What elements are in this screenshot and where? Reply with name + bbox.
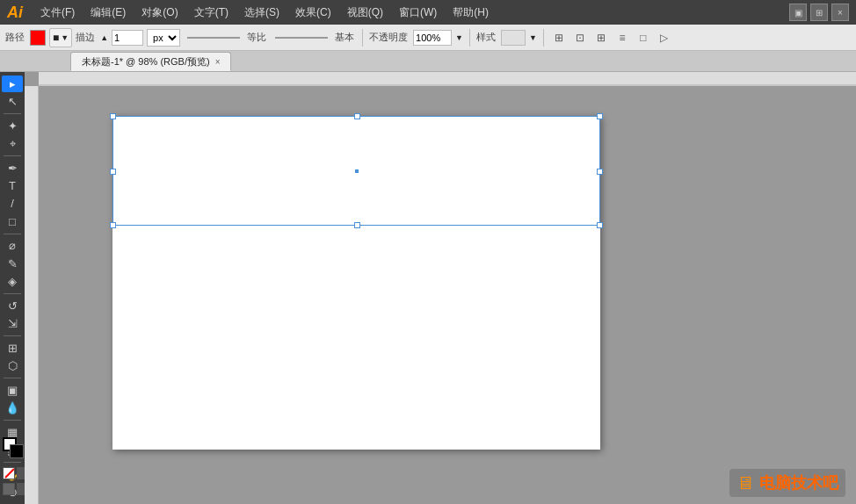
gradient-tool[interactable]: ▣ <box>2 382 23 399</box>
tool-separator3 <box>4 234 21 234</box>
arrange-icon[interactable]: ≡ <box>613 29 631 47</box>
opacity-input[interactable] <box>413 30 452 46</box>
tool-separator8 <box>4 462 21 463</box>
window-controls: ▣ ⊞ × <box>789 4 849 21</box>
pen-tool[interactable]: ✒ <box>2 160 23 176</box>
paintbrush-tool[interactable]: ⌀ <box>2 237 23 254</box>
basic-preview <box>275 37 328 39</box>
tab-title: 未标题-1* @ 98% (RGB/预览) <box>82 55 210 68</box>
rotate-tool[interactable]: ↺ <box>2 298 23 314</box>
style-label: 样式 <box>476 31 496 44</box>
direct-select-tool[interactable]: ↖ <box>2 93 23 110</box>
scale-tool[interactable]: ⇲ <box>2 315 23 332</box>
align-icon[interactable]: ⊞ <box>550 29 568 47</box>
menu-file[interactable]: 文件(F) <box>33 4 82 22</box>
lasso-tool[interactable]: ⌖ <box>2 135 23 152</box>
line-tool[interactable]: / <box>2 195 23 212</box>
separator <box>362 29 363 47</box>
eyedropper-tool[interactable]: 💧 <box>2 400 23 416</box>
win-maximize[interactable]: ⊞ <box>810 4 828 21</box>
opacity-dropdown[interactable]: ▼ <box>455 33 463 42</box>
menu-help[interactable]: 帮助(H) <box>446 4 496 22</box>
title-bar: Ai 文件(F) 编辑(E) 对象(O) 文字(T) 选择(S) 效果(C) 视… <box>0 0 856 25</box>
background-color[interactable] <box>10 444 24 458</box>
artboard <box>112 116 600 450</box>
rectangle-tool[interactable]: □ <box>2 212 23 229</box>
eraser-tool[interactable]: ◈ <box>2 273 23 290</box>
pathfinder-icon[interactable]: ⊞ <box>592 29 610 47</box>
dropdown-arrow[interactable]: ▼ <box>61 33 69 42</box>
magic-wand-tool[interactable]: ✦ <box>2 118 23 134</box>
menu-window[interactable]: 窗口(W) <box>392 4 444 22</box>
basic-label: 基本 <box>335 31 354 44</box>
stroke-width-input[interactable] <box>112 30 143 46</box>
fill-stroke-group: ■ ▼ <box>49 28 72 47</box>
shape-builder-tool[interactable]: ⬡ <box>2 357 23 374</box>
color-mode-btn[interactable] <box>3 483 15 495</box>
menu-bar: 文件(F) 编辑(E) 对象(O) 文字(T) 选择(S) 效果(C) 视图(Q… <box>33 4 789 22</box>
tool-separator7 <box>4 420 21 421</box>
stroke-unit-select[interactable]: px pt <box>147 29 180 47</box>
tools-panel: ▸ ↖ ✦ ⌖ ✒ T / □ ⌀ ✎ ◈ ↺ ⇲ ⊞ ⬡ ▣ 💧 ▦ ⬚ ✋ … <box>0 72 25 504</box>
separator2 <box>469 29 470 47</box>
fill-icon[interactable]: ■ <box>53 32 59 44</box>
stroke-color-swatch[interactable] <box>30 30 46 46</box>
document-tab[interactable]: 未标题-1* @ 98% (RGB/预览) × <box>70 52 231 71</box>
watermark: 🖥 电脑技术吧 <box>729 469 845 497</box>
opacity-label: 不透明度 <box>369 31 408 44</box>
main-area: ▸ ↖ ✦ ⌖ ✒ T / □ ⌀ ✎ ◈ ↺ ⇲ ⊞ ⬡ ▣ 💧 ▦ ⬚ ✋ … <box>0 72 856 504</box>
path-label: 路径 <box>5 31 25 44</box>
watermark-icon: 🖥 <box>736 473 754 493</box>
tab-close-button[interactable]: × <box>215 57 221 67</box>
ruler-horizontal <box>39 72 856 86</box>
stroke-label: 描边 <box>76 31 95 44</box>
select-tool[interactable]: ▸ <box>2 76 23 92</box>
ruler-vertical <box>25 86 39 504</box>
menu-view[interactable]: 视图(Q) <box>340 4 390 22</box>
style-preview <box>501 30 526 46</box>
menu-select[interactable]: 选择(S) <box>237 4 287 22</box>
menu-edit[interactable]: 编辑(E) <box>83 4 133 22</box>
watermark-text: 电脑技术吧 <box>759 472 838 493</box>
none-fill-swatch[interactable] <box>3 467 15 479</box>
type-tool[interactable]: T <box>2 177 23 194</box>
stroke-preview <box>187 37 240 39</box>
free-transform-tool[interactable]: ⊞ <box>2 340 23 356</box>
separator3 <box>543 29 544 47</box>
pencil-tool[interactable]: ✎ <box>2 256 23 272</box>
options-toolbar: 路径 ■ ▼ 描边 ▲ px pt 等比 基本 不透明度 ▼ 样式 ▼ ⊞ ⊡ … <box>0 25 856 51</box>
more-icon[interactable]: ▷ <box>656 29 673 47</box>
canvas-area: 🖥 电脑技术吧 <box>25 72 856 504</box>
tool-separator4 <box>4 293 21 294</box>
ratio-label: 等比 <box>247 31 266 44</box>
menu-type[interactable]: 文字(T) <box>187 4 236 22</box>
transform-icon[interactable]: ⊡ <box>571 29 589 47</box>
group-icon[interactable]: □ <box>635 29 652 47</box>
tool-separator6 <box>4 378 21 378</box>
tab-bar: 未标题-1* @ 98% (RGB/预览) × <box>0 51 856 72</box>
menu-effect[interactable]: 效果(C) <box>288 4 338 22</box>
win-minimize[interactable]: ▣ <box>789 4 807 21</box>
menu-object[interactable]: 对象(O) <box>134 4 185 22</box>
app-logo: Ai <box>7 4 23 22</box>
style-dropdown[interactable]: ▼ <box>529 33 537 42</box>
svg-rect-0 <box>39 72 856 86</box>
tool-separator5 <box>4 335 21 336</box>
tool-separator2 <box>4 155 21 156</box>
color-swatch-area <box>3 437 25 460</box>
win-close[interactable]: × <box>831 4 849 21</box>
stroke-up-arrow[interactable]: ▲ <box>100 33 108 42</box>
tool-separator <box>4 113 21 114</box>
